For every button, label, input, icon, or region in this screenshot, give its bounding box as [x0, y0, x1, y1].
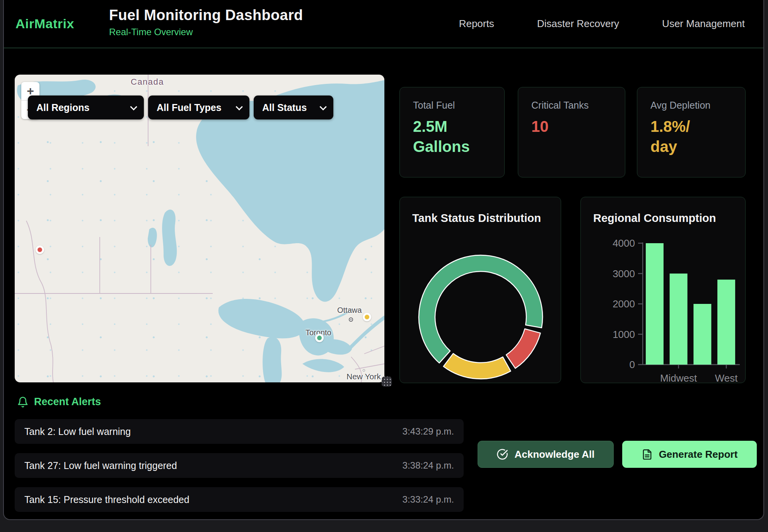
alert-message: Tank 15: Pressure threshold exceeded: [24, 494, 189, 505]
stat-card-critical-tanks: Critical Tanks 10: [518, 87, 625, 177]
status-filter-dropdown[interactable]: All Status: [254, 95, 333, 119]
generate-report-label: Generate Report: [659, 448, 738, 460]
page-title: Fuel Monitoring Dashboard: [109, 7, 303, 24]
stat-card-avg-depletion: Avg Depletion 1.8%/ day: [637, 87, 746, 177]
tank-marker-critical[interactable]: [36, 246, 44, 254]
stat-card-total-fuel: Total Fuel 2.5M Gallons: [399, 87, 505, 177]
chevron-down-icon: [319, 103, 326, 110]
regional-consumption-card: Regional Consumption 01000200030004000Mi…: [580, 197, 746, 383]
recent-alerts-header: Recent Alerts: [17, 396, 101, 408]
check-circle-icon: [497, 448, 508, 460]
svg-text:4000: 4000: [613, 237, 635, 249]
stat-label: Critical Tanks: [531, 100, 612, 111]
svg-text:Midwest: Midwest: [660, 372, 697, 384]
svg-text:1000: 1000: [613, 329, 635, 340]
stat-value: 10: [531, 116, 612, 136]
ottawa-city-marker: [349, 317, 353, 322]
page-subtitle: Real-Time Overview: [109, 27, 303, 38]
app-logo[interactable]: AirMatrix: [15, 0, 74, 48]
alert-timestamp: 3:33:24 p.m.: [403, 494, 454, 505]
bell-icon: [17, 396, 29, 408]
chevron-down-icon: [236, 103, 242, 110]
chevron-down-icon: [130, 103, 137, 110]
map-label-canada: Canada: [131, 77, 164, 87]
stat-label: Total Fuel: [413, 100, 491, 111]
alert-row[interactable]: Tank 27: Low fuel warning triggered 3:38…: [15, 453, 464, 478]
regional-consumption-bar-chart: 01000200030004000MidwestWest: [581, 197, 746, 384]
status-filter-value: All Status: [262, 102, 307, 113]
fuel-type-filter-dropdown[interactable]: All Fuel Types: [148, 95, 249, 119]
generate-report-button[interactable]: Generate Report: [622, 441, 757, 468]
recent-alerts-title: Recent Alerts: [34, 396, 101, 408]
title-block: Fuel Monitoring Dashboard Real-Time Over…: [109, 7, 303, 38]
alert-row[interactable]: Tank 2: Low fuel warning 3:43:29 p.m.: [15, 419, 464, 444]
stat-value: 2.5M Gallons: [413, 116, 491, 157]
map-panel[interactable]: Canada Ottawa Toronto New York + − All R…: [15, 75, 384, 382]
svg-text:3000: 3000: [613, 268, 635, 280]
report-document-icon: [642, 449, 653, 460]
main-nav: Reports Disaster Recovery User Managemen…: [459, 0, 745, 48]
alert-message: Tank 27: Low fuel warning triggered: [24, 460, 177, 471]
nav-disaster-recovery[interactable]: Disaster Recovery: [537, 18, 619, 30]
acknowledge-all-button[interactable]: Acknowledge All: [478, 441, 614, 468]
svg-text:2000: 2000: [613, 298, 635, 310]
nav-reports[interactable]: Reports: [459, 18, 494, 30]
tank-status-distribution-card: Tank Status Distribution: [399, 197, 561, 383]
tank-marker-warning[interactable]: [363, 313, 371, 321]
map-label-ottawa: Ottawa: [337, 306, 362, 315]
tank-status-donut-chart: [400, 197, 561, 384]
stat-value: 1.8%/ day: [650, 116, 732, 157]
alert-row[interactable]: Tank 15: Pressure threshold exceeded 3:3…: [15, 487, 464, 512]
region-filter-value: All Regions: [36, 102, 90, 113]
acknowledge-all-label: Acknowledge All: [514, 448, 594, 460]
svg-text:West: West: [715, 372, 738, 384]
nav-user-management[interactable]: User Management: [662, 18, 745, 30]
map-label-new-york: New York: [346, 372, 381, 381]
fuel-type-filter-value: All Fuel Types: [157, 102, 222, 113]
alert-message: Tank 2: Low fuel warning: [24, 426, 131, 437]
map-resize-handle[interactable]: [382, 377, 392, 387]
tank-marker-normal[interactable]: [315, 334, 324, 342]
region-filter-dropdown[interactable]: All Regions: [28, 95, 144, 119]
app-header: AirMatrix Fuel Monitoring Dashboard Real…: [4, 0, 763, 48]
new-york-city-marker: [363, 369, 365, 372]
dashboard-frame: AirMatrix Fuel Monitoring Dashboard Real…: [3, 0, 764, 520]
map-filter-bar: All Regions All Fuel Types All Status: [28, 95, 333, 119]
stat-label: Avg Depletion: [650, 100, 732, 111]
alert-timestamp: 3:43:29 p.m.: [403, 426, 454, 437]
alert-timestamp: 3:38:24 p.m.: [403, 460, 454, 471]
svg-text:0: 0: [630, 359, 635, 370]
